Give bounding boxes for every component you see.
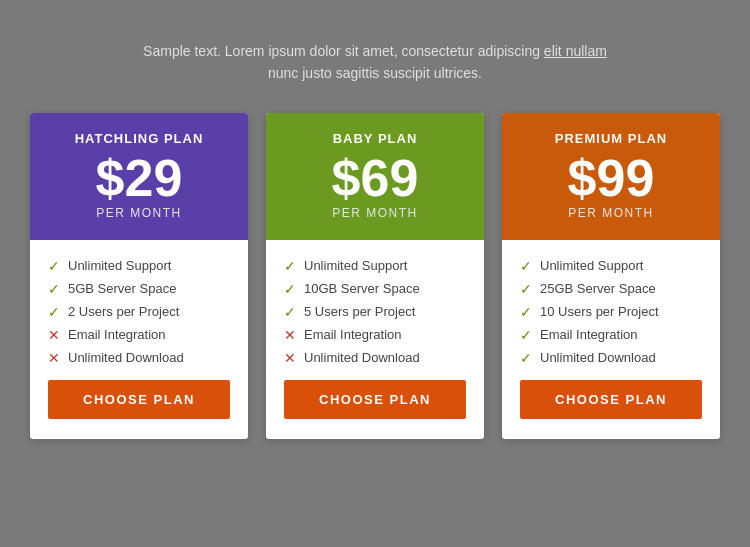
check-icon: ✓ <box>284 258 296 274</box>
plan-header-premium: PREMIUM PLAN$99PER MONTH <box>502 113 720 240</box>
check-icon: ✓ <box>520 304 532 320</box>
feature-label-premium-1: 25GB Server Space <box>540 281 656 296</box>
plan-header-hatchling: HATCHLING PLAN$29PER MONTH <box>30 113 248 240</box>
plan-period-baby: PER MONTH <box>332 206 418 220</box>
cross-icon: ✕ <box>48 350 60 366</box>
cross-icon: ✕ <box>284 327 296 343</box>
choose-plan-button-hatchling[interactable]: CHOOSE PLAN <box>48 380 230 419</box>
feature-item-hatchling-4: ✕Unlimited Download <box>48 350 230 366</box>
feature-item-premium-3: ✓Email Integration <box>520 327 702 343</box>
feature-label-premium-4: Unlimited Download <box>540 350 656 365</box>
plan-name-hatchling: HATCHLING PLAN <box>75 131 204 146</box>
feature-label-premium-0: Unlimited Support <box>540 258 643 273</box>
plan-cta-baby: CHOOSE PLAN <box>266 380 484 439</box>
feature-item-hatchling-2: ✓2 Users per Project <box>48 304 230 320</box>
plan-cta-premium: CHOOSE PLAN <box>502 380 720 439</box>
check-icon: ✓ <box>284 281 296 297</box>
check-icon: ✓ <box>520 327 532 343</box>
feature-item-baby-0: ✓Unlimited Support <box>284 258 466 274</box>
plan-price-baby: $69 <box>332 152 419 204</box>
plan-price-premium: $99 <box>568 152 655 204</box>
feature-item-hatchling-0: ✓Unlimited Support <box>48 258 230 274</box>
feature-label-baby-2: 5 Users per Project <box>304 304 415 319</box>
plan-price-hatchling: $29 <box>96 152 183 204</box>
feature-label-hatchling-1: 5GB Server Space <box>68 281 176 296</box>
check-icon: ✓ <box>48 258 60 274</box>
plan-period-premium: PER MONTH <box>568 206 654 220</box>
feature-item-baby-2: ✓5 Users per Project <box>284 304 466 320</box>
feature-item-baby-4: ✕Unlimited Download <box>284 350 466 366</box>
check-icon: ✓ <box>520 281 532 297</box>
plan-name-baby: BABY PLAN <box>333 131 418 146</box>
feature-item-hatchling-3: ✕Email Integration <box>48 327 230 343</box>
feature-label-baby-0: Unlimited Support <box>304 258 407 273</box>
plan-features-hatchling: ✓Unlimited Support✓5GB Server Space✓2 Us… <box>30 240 248 380</box>
cross-icon: ✕ <box>284 350 296 366</box>
feature-item-premium-0: ✓Unlimited Support <box>520 258 702 274</box>
feature-label-premium-2: 10 Users per Project <box>540 304 659 319</box>
feature-item-baby-3: ✕Email Integration <box>284 327 466 343</box>
check-icon: ✓ <box>520 258 532 274</box>
cross-icon: ✕ <box>48 327 60 343</box>
feature-label-baby-1: 10GB Server Space <box>304 281 420 296</box>
plan-features-premium: ✓Unlimited Support✓25GB Server Space✓10 … <box>502 240 720 380</box>
choose-plan-button-baby[interactable]: CHOOSE PLAN <box>284 380 466 419</box>
plan-features-baby: ✓Unlimited Support✓10GB Server Space✓5 U… <box>266 240 484 380</box>
plan-header-baby: BABY PLAN$69PER MONTH <box>266 113 484 240</box>
plans-container: HATCHLING PLAN$29PER MONTH✓Unlimited Sup… <box>20 113 730 439</box>
feature-item-baby-1: ✓10GB Server Space <box>284 281 466 297</box>
plan-card-baby: BABY PLAN$69PER MONTH✓Unlimited Support✓… <box>266 113 484 439</box>
page-subtitle: Sample text. Lorem ipsum dolor sit amet,… <box>143 40 607 85</box>
feature-label-baby-4: Unlimited Download <box>304 350 420 365</box>
feature-label-hatchling-2: 2 Users per Project <box>68 304 179 319</box>
check-icon: ✓ <box>520 350 532 366</box>
plan-cta-hatchling: CHOOSE PLAN <box>30 380 248 439</box>
plan-period-hatchling: PER MONTH <box>96 206 182 220</box>
feature-item-premium-4: ✓Unlimited Download <box>520 350 702 366</box>
check-icon: ✓ <box>48 281 60 297</box>
feature-label-premium-3: Email Integration <box>540 327 638 342</box>
feature-label-hatchling-3: Email Integration <box>68 327 166 342</box>
feature-label-hatchling-0: Unlimited Support <box>68 258 171 273</box>
feature-item-hatchling-1: ✓5GB Server Space <box>48 281 230 297</box>
plan-card-hatchling: HATCHLING PLAN$29PER MONTH✓Unlimited Sup… <box>30 113 248 439</box>
feature-item-premium-1: ✓25GB Server Space <box>520 281 702 297</box>
check-icon: ✓ <box>48 304 60 320</box>
check-icon: ✓ <box>284 304 296 320</box>
plan-card-premium: PREMIUM PLAN$99PER MONTH✓Unlimited Suppo… <box>502 113 720 439</box>
feature-label-baby-3: Email Integration <box>304 327 402 342</box>
plan-name-premium: PREMIUM PLAN <box>555 131 667 146</box>
feature-item-premium-2: ✓10 Users per Project <box>520 304 702 320</box>
choose-plan-button-premium[interactable]: CHOOSE PLAN <box>520 380 702 419</box>
feature-label-hatchling-4: Unlimited Download <box>68 350 184 365</box>
